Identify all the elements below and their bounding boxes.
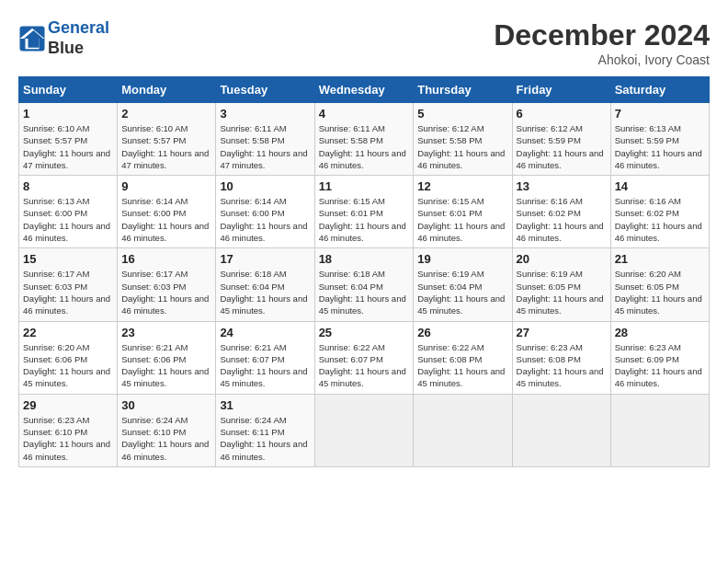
calendar-cell: 11 Sunrise: 6:15 AMSunset: 6:01 PMDaylig…: [314, 176, 414, 248]
day-number: 26: [417, 326, 507, 339]
calendar-cell: 2 Sunrise: 6:10 AMSunset: 5:57 PMDayligh…: [118, 103, 216, 176]
day-info: Sunrise: 6:23 AMSunset: 6:10 PMDaylight:…: [23, 414, 113, 463]
day-number: 2: [121, 107, 211, 121]
day-number: 20: [517, 252, 607, 266]
day-number: 29: [23, 398, 113, 412]
calendar-cell: 18 Sunrise: 6:18 AMSunset: 6:04 PMDaylig…: [314, 248, 414, 321]
day-info: Sunrise: 6:24 AMSunset: 6:11 PMDaylight:…: [220, 414, 310, 463]
day-info: Sunrise: 6:12 AMSunset: 5:59 PMDaylight:…: [517, 122, 607, 171]
day-info: Sunrise: 6:22 AMSunset: 6:08 PMDaylight:…: [417, 341, 507, 390]
day-number: 4: [319, 107, 410, 121]
day-info: Sunrise: 6:20 AMSunset: 6:05 PMDaylight:…: [615, 268, 705, 316]
day-number: 27: [517, 326, 607, 339]
day-number: 19: [417, 252, 507, 266]
calendar-cell: 13 Sunrise: 6:16 AMSunset: 6:02 PMDaylig…: [512, 176, 610, 248]
header-wednesday: Wednesday: [314, 77, 414, 103]
day-info: Sunrise: 6:12 AMSunset: 5:58 PMDaylight:…: [417, 122, 507, 171]
logo-icon: [18, 25, 46, 52]
day-info: Sunrise: 6:10 AMSunset: 5:57 PMDaylight:…: [23, 122, 113, 171]
day-number: 22: [23, 326, 113, 339]
day-number: 14: [615, 179, 705, 193]
calendar-cell: 24 Sunrise: 6:21 AMSunset: 6:07 PMDaylig…: [216, 321, 314, 394]
day-info: Sunrise: 6:14 AMSunset: 6:00 PMDaylight:…: [220, 195, 310, 244]
day-info: Sunrise: 6:19 AMSunset: 6:05 PMDaylight:…: [517, 268, 607, 316]
day-number: 15: [23, 252, 113, 266]
day-number: 12: [417, 179, 507, 193]
day-number: 23: [121, 326, 211, 339]
week-row-3: 22 Sunrise: 6:20 AMSunset: 6:06 PMDaylig…: [19, 321, 710, 394]
day-number: 9: [121, 179, 211, 193]
calendar-table: SundayMondayTuesdayWednesdayThursdayFrid…: [18, 76, 710, 467]
day-info: Sunrise: 6:24 AMSunset: 6:10 PMDaylight:…: [121, 414, 211, 463]
calendar-cell: [314, 394, 414, 466]
calendar-cell: 10 Sunrise: 6:14 AMSunset: 6:00 PMDaylig…: [216, 176, 314, 248]
day-info: Sunrise: 6:20 AMSunset: 6:06 PMDaylight:…: [23, 341, 113, 390]
calendar-cell: 31 Sunrise: 6:24 AMSunset: 6:11 PMDaylig…: [216, 394, 314, 466]
day-number: 13: [517, 179, 607, 193]
day-number: 21: [615, 252, 705, 266]
header-monday: Monday: [118, 77, 216, 103]
calendar-cell: 7 Sunrise: 6:13 AMSunset: 5:59 PMDayligh…: [610, 103, 709, 176]
logo-text: General Blue: [48, 18, 109, 58]
day-number: 24: [220, 326, 310, 339]
week-row-2: 15 Sunrise: 6:17 AMSunset: 6:03 PMDaylig…: [19, 248, 710, 321]
day-info: Sunrise: 6:18 AMSunset: 6:04 PMDaylight:…: [319, 268, 410, 316]
day-number: 6: [517, 107, 607, 121]
header-friday: Friday: [512, 77, 610, 103]
day-info: Sunrise: 6:14 AMSunset: 6:00 PMDaylight:…: [121, 195, 211, 244]
day-info: Sunrise: 6:16 AMSunset: 6:02 PMDaylight:…: [615, 195, 705, 244]
header: General Blue December 2024 Ahokoi, Ivory…: [18, 18, 710, 67]
day-info: Sunrise: 6:21 AMSunset: 6:07 PMDaylight:…: [220, 341, 310, 390]
calendar-cell: 15 Sunrise: 6:17 AMSunset: 6:03 PMDaylig…: [19, 248, 118, 321]
month-title: December 2024: [494, 18, 710, 52]
day-info: Sunrise: 6:10 AMSunset: 5:57 PMDaylight:…: [121, 122, 211, 171]
day-info: Sunrise: 6:23 AMSunset: 6:08 PMDaylight:…: [517, 341, 607, 390]
header-saturday: Saturday: [610, 77, 709, 103]
calendar-cell: 19 Sunrise: 6:19 AMSunset: 6:04 PMDaylig…: [414, 248, 512, 321]
calendar-cell: [414, 394, 512, 466]
calendar-cell: 26 Sunrise: 6:22 AMSunset: 6:08 PMDaylig…: [414, 321, 512, 394]
calendar-cell: 9 Sunrise: 6:14 AMSunset: 6:00 PMDayligh…: [118, 176, 216, 248]
day-number: 11: [319, 179, 410, 193]
logo: General Blue: [18, 18, 109, 58]
calendar-cell: 22 Sunrise: 6:20 AMSunset: 6:06 PMDaylig…: [19, 321, 118, 394]
calendar-header: SundayMondayTuesdayWednesdayThursdayFrid…: [19, 77, 710, 103]
calendar-cell: 3 Sunrise: 6:11 AMSunset: 5:58 PMDayligh…: [216, 103, 314, 176]
calendar-cell: 12 Sunrise: 6:15 AMSunset: 6:01 PMDaylig…: [414, 176, 512, 248]
day-info: Sunrise: 6:15 AMSunset: 6:01 PMDaylight:…: [417, 195, 507, 244]
calendar-cell: 29 Sunrise: 6:23 AMSunset: 6:10 PMDaylig…: [19, 394, 118, 466]
week-row-4: 29 Sunrise: 6:23 AMSunset: 6:10 PMDaylig…: [19, 394, 710, 466]
calendar-cell: 25 Sunrise: 6:22 AMSunset: 6:07 PMDaylig…: [314, 321, 414, 394]
logo-line1: General: [48, 18, 109, 37]
day-info: Sunrise: 6:22 AMSunset: 6:07 PMDaylight:…: [319, 341, 410, 390]
day-info: Sunrise: 6:11 AMSunset: 5:58 PMDaylight:…: [220, 122, 310, 171]
week-row-0: 1 Sunrise: 6:10 AMSunset: 5:57 PMDayligh…: [19, 103, 710, 176]
day-info: Sunrise: 6:21 AMSunset: 6:06 PMDaylight:…: [121, 341, 211, 390]
day-info: Sunrise: 6:13 AMSunset: 6:00 PMDaylight:…: [23, 195, 113, 244]
day-number: 5: [417, 107, 507, 121]
day-number: 8: [23, 179, 113, 193]
week-row-1: 8 Sunrise: 6:13 AMSunset: 6:00 PMDayligh…: [19, 176, 710, 248]
day-info: Sunrise: 6:15 AMSunset: 6:01 PMDaylight:…: [319, 195, 410, 244]
calendar-cell: 14 Sunrise: 6:16 AMSunset: 6:02 PMDaylig…: [610, 176, 709, 248]
day-number: 16: [121, 252, 211, 266]
calendar-cell: 5 Sunrise: 6:12 AMSunset: 5:58 PMDayligh…: [414, 103, 512, 176]
calendar-cell: 6 Sunrise: 6:12 AMSunset: 5:59 PMDayligh…: [512, 103, 610, 176]
day-number: 1: [23, 107, 113, 121]
calendar-cell: 17 Sunrise: 6:18 AMSunset: 6:04 PMDaylig…: [216, 248, 314, 321]
day-info: Sunrise: 6:23 AMSunset: 6:09 PMDaylight:…: [615, 341, 705, 390]
calendar-cell: 16 Sunrise: 6:17 AMSunset: 6:03 PMDaylig…: [118, 248, 216, 321]
day-number: 10: [220, 179, 310, 193]
day-number: 17: [220, 252, 310, 266]
day-number: 18: [319, 252, 410, 266]
title-section: December 2024 Ahokoi, Ivory Coast: [494, 18, 710, 67]
day-info: Sunrise: 6:17 AMSunset: 6:03 PMDaylight:…: [121, 268, 211, 316]
day-info: Sunrise: 6:18 AMSunset: 6:04 PMDaylight:…: [220, 268, 310, 316]
header-thursday: Thursday: [414, 77, 512, 103]
calendar-cell: 20 Sunrise: 6:19 AMSunset: 6:05 PMDaylig…: [512, 248, 610, 321]
calendar-cell: 23 Sunrise: 6:21 AMSunset: 6:06 PMDaylig…: [118, 321, 216, 394]
calendar-body: 1 Sunrise: 6:10 AMSunset: 5:57 PMDayligh…: [19, 103, 710, 467]
day-info: Sunrise: 6:17 AMSunset: 6:03 PMDaylight:…: [23, 268, 113, 316]
location-subtitle: Ahokoi, Ivory Coast: [494, 52, 710, 67]
header-sunday: Sunday: [19, 77, 118, 103]
